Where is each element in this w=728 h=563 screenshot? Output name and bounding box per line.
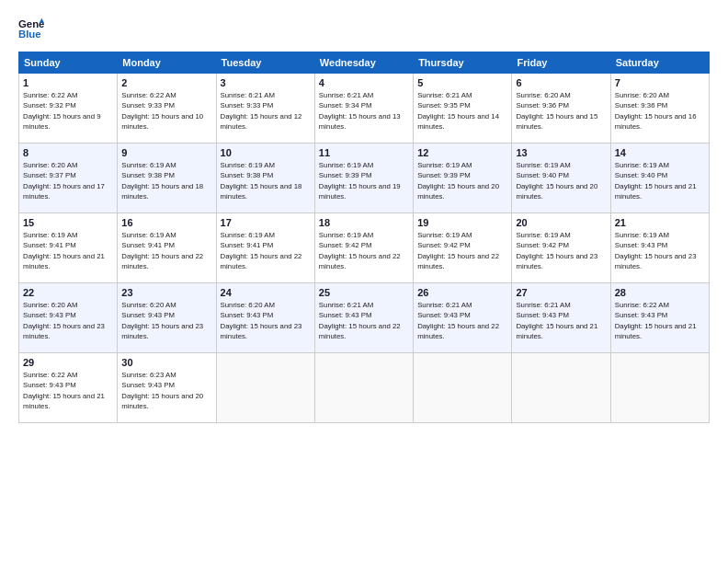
day-number: 29 <box>23 357 113 368</box>
calendar-cell <box>512 353 610 423</box>
day-info: Sunrise: 6:20 AMSunset: 9:36 PMDaylight:… <box>516 90 606 132</box>
calendar-cell: 24Sunrise: 6:20 AMSunset: 9:43 PMDayligh… <box>216 283 314 353</box>
day-number: 13 <box>516 147 606 158</box>
day-info: Sunrise: 6:21 AMSunset: 9:43 PMDaylight:… <box>516 300 606 341</box>
day-number: 30 <box>121 357 211 368</box>
calendar-cell: 19Sunrise: 6:19 AMSunset: 9:42 PMDayligh… <box>414 213 512 283</box>
day-number: 27 <box>516 287 606 298</box>
day-info: Sunrise: 6:20 AMSunset: 9:43 PMDaylight:… <box>23 300 113 341</box>
calendar-table: SundayMondayTuesdayWednesdayThursdayFrid… <box>18 52 710 423</box>
weekday-header-tuesday: Tuesday <box>216 52 314 74</box>
day-info: Sunrise: 6:19 AMSunset: 9:42 PMDaylight:… <box>516 230 606 271</box>
calendar-cell: 6Sunrise: 6:20 AMSunset: 9:36 PMDaylight… <box>512 74 610 144</box>
calendar-cell: 30Sunrise: 6:23 AMSunset: 9:43 PMDayligh… <box>118 353 216 423</box>
day-info: Sunrise: 6:22 AMSunset: 9:33 PMDaylight:… <box>121 90 211 132</box>
day-number: 21 <box>615 217 705 228</box>
day-info: Sunrise: 6:22 AMSunset: 9:32 PMDaylight:… <box>23 90 113 132</box>
day-number: 5 <box>417 77 507 88</box>
header: General Blue <box>18 17 710 42</box>
day-info: Sunrise: 6:20 AMSunset: 9:43 PMDaylight:… <box>121 300 211 341</box>
day-number: 18 <box>319 217 409 228</box>
calendar-cell: 16Sunrise: 6:19 AMSunset: 9:41 PMDayligh… <box>118 213 216 283</box>
calendar-cell: 15Sunrise: 6:19 AMSunset: 9:41 PMDayligh… <box>19 213 118 283</box>
day-number: 22 <box>23 287 113 298</box>
calendar-cell: 5Sunrise: 6:21 AMSunset: 9:35 PMDaylight… <box>414 74 512 144</box>
day-info: Sunrise: 6:20 AMSunset: 9:37 PMDaylight:… <box>23 160 113 201</box>
day-info: Sunrise: 6:19 AMSunset: 9:41 PMDaylight:… <box>23 230 113 271</box>
calendar-cell: 22Sunrise: 6:20 AMSunset: 9:43 PMDayligh… <box>19 283 118 353</box>
calendar-cell <box>610 353 709 423</box>
day-number: 9 <box>121 147 211 158</box>
day-number: 10 <box>221 147 311 158</box>
weekday-header-friday: Friday <box>512 52 610 74</box>
svg-text:Blue: Blue <box>18 29 41 40</box>
weekday-header-monday: Monday <box>118 52 216 74</box>
day-info: Sunrise: 6:19 AMSunset: 9:38 PMDaylight:… <box>221 160 311 201</box>
day-number: 2 <box>121 77 211 88</box>
weekday-header-thursday: Thursday <box>414 52 512 74</box>
day-number: 11 <box>319 147 409 158</box>
day-info: Sunrise: 6:20 AMSunset: 9:43 PMDaylight:… <box>221 300 311 341</box>
day-info: Sunrise: 6:19 AMSunset: 9:41 PMDaylight:… <box>221 230 311 271</box>
day-number: 1 <box>23 77 113 88</box>
day-number: 19 <box>417 217 507 228</box>
day-number: 23 <box>121 287 211 298</box>
day-number: 6 <box>516 77 606 88</box>
day-info: Sunrise: 6:19 AMSunset: 9:40 PMDaylight:… <box>516 160 606 201</box>
day-info: Sunrise: 6:19 AMSunset: 9:42 PMDaylight:… <box>417 230 507 271</box>
day-number: 26 <box>417 287 507 298</box>
calendar-cell: 25Sunrise: 6:21 AMSunset: 9:43 PMDayligh… <box>314 283 413 353</box>
logo-icon: General Blue <box>18 17 44 42</box>
calendar-cell: 13Sunrise: 6:19 AMSunset: 9:40 PMDayligh… <box>512 144 610 213</box>
day-info: Sunrise: 6:19 AMSunset: 9:39 PMDaylight:… <box>319 160 409 201</box>
calendar-cell: 21Sunrise: 6:19 AMSunset: 9:43 PMDayligh… <box>610 213 709 283</box>
calendar-cell: 9Sunrise: 6:19 AMSunset: 9:38 PMDaylight… <box>118 144 216 213</box>
day-info: Sunrise: 6:22 AMSunset: 9:43 PMDaylight:… <box>23 370 113 411</box>
day-info: Sunrise: 6:21 AMSunset: 9:34 PMDaylight:… <box>319 90 409 132</box>
calendar-cell: 29Sunrise: 6:22 AMSunset: 9:43 PMDayligh… <box>19 353 118 423</box>
calendar-cell: 26Sunrise: 6:21 AMSunset: 9:43 PMDayligh… <box>414 283 512 353</box>
day-number: 12 <box>417 147 507 158</box>
logo: General Blue <box>18 17 44 42</box>
day-info: Sunrise: 6:22 AMSunset: 9:43 PMDaylight:… <box>615 300 705 341</box>
weekday-header-sunday: Sunday <box>19 52 118 74</box>
weekday-header-saturday: Saturday <box>610 52 709 74</box>
day-info: Sunrise: 6:19 AMSunset: 9:42 PMDaylight:… <box>319 230 409 271</box>
calendar-cell: 17Sunrise: 6:19 AMSunset: 9:41 PMDayligh… <box>216 213 314 283</box>
calendar-cell: 18Sunrise: 6:19 AMSunset: 9:42 PMDayligh… <box>314 213 413 283</box>
day-number: 28 <box>615 287 705 298</box>
calendar-cell: 28Sunrise: 6:22 AMSunset: 9:43 PMDayligh… <box>610 283 709 353</box>
day-info: Sunrise: 6:23 AMSunset: 9:43 PMDaylight:… <box>121 370 211 411</box>
day-number: 3 <box>221 77 311 88</box>
day-number: 16 <box>121 217 211 228</box>
day-info: Sunrise: 6:19 AMSunset: 9:43 PMDaylight:… <box>615 230 705 271</box>
calendar-cell: 1Sunrise: 6:22 AMSunset: 9:32 PMDaylight… <box>19 74 118 144</box>
day-info: Sunrise: 6:21 AMSunset: 9:35 PMDaylight:… <box>417 90 507 132</box>
day-info: Sunrise: 6:21 AMSunset: 9:43 PMDaylight:… <box>417 300 507 341</box>
calendar-cell: 4Sunrise: 6:21 AMSunset: 9:34 PMDaylight… <box>314 74 413 144</box>
day-number: 20 <box>516 217 606 228</box>
day-info: Sunrise: 6:21 AMSunset: 9:33 PMDaylight:… <box>221 90 311 132</box>
day-number: 8 <box>23 147 113 158</box>
calendar-cell: 2Sunrise: 6:22 AMSunset: 9:33 PMDaylight… <box>118 74 216 144</box>
day-number: 25 <box>319 287 409 298</box>
day-info: Sunrise: 6:19 AMSunset: 9:41 PMDaylight:… <box>121 230 211 271</box>
day-info: Sunrise: 6:19 AMSunset: 9:38 PMDaylight:… <box>121 160 211 201</box>
calendar-cell: 10Sunrise: 6:19 AMSunset: 9:38 PMDayligh… <box>216 144 314 213</box>
calendar-cell: 8Sunrise: 6:20 AMSunset: 9:37 PMDaylight… <box>19 144 118 213</box>
day-info: Sunrise: 6:21 AMSunset: 9:43 PMDaylight:… <box>319 300 409 341</box>
calendar-cell: 3Sunrise: 6:21 AMSunset: 9:33 PMDaylight… <box>216 74 314 144</box>
day-info: Sunrise: 6:20 AMSunset: 9:36 PMDaylight:… <box>615 90 705 132</box>
calendar-cell: 20Sunrise: 6:19 AMSunset: 9:42 PMDayligh… <box>512 213 610 283</box>
calendar-cell: 11Sunrise: 6:19 AMSunset: 9:39 PMDayligh… <box>314 144 413 213</box>
calendar-cell <box>414 353 512 423</box>
weekday-header-wednesday: Wednesday <box>314 52 413 74</box>
calendar-cell: 7Sunrise: 6:20 AMSunset: 9:36 PMDaylight… <box>610 74 709 144</box>
calendar-cell: 23Sunrise: 6:20 AMSunset: 9:43 PMDayligh… <box>118 283 216 353</box>
calendar-cell: 27Sunrise: 6:21 AMSunset: 9:43 PMDayligh… <box>512 283 610 353</box>
day-info: Sunrise: 6:19 AMSunset: 9:40 PMDaylight:… <box>615 160 705 201</box>
day-number: 15 <box>23 217 113 228</box>
calendar-cell <box>216 353 314 423</box>
day-number: 24 <box>221 287 311 298</box>
calendar-cell: 12Sunrise: 6:19 AMSunset: 9:39 PMDayligh… <box>414 144 512 213</box>
